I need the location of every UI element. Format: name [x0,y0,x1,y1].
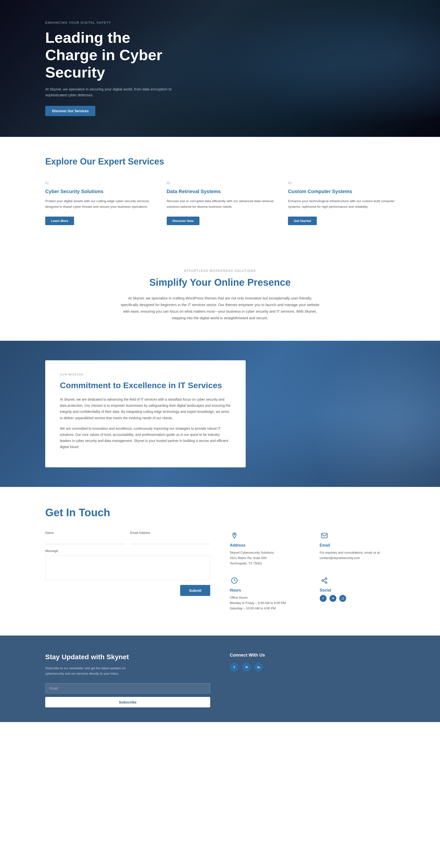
svg-point-0 [234,534,235,535]
footer-twitter-icon[interactable]: ✕ [242,663,251,672]
mission-eyebrow: OUR MISSION [60,373,231,376]
mission-card: OUR MISSION Commitment to Excellence in … [45,360,246,467]
hero-circuit-bg [198,0,440,137]
footer-brand-description: Subscribe to our newsletter and get the … [45,665,138,676]
name-label: Name [45,531,125,535]
address-label: Address [230,543,305,548]
facebook-icon[interactable]: f [320,595,326,602]
social-block: Social f ✕ ◻ [320,576,395,611]
email-info-text: For inquiries and consultations, email u… [320,550,395,561]
social-label: Social [320,588,395,592]
simplify-section: EFFORTLESS WORDPRESS SOLUTIONS Simplify … [0,250,440,341]
hours-block: Hours Office Hours:Monday to Friday – 8:… [230,576,305,611]
services-title: Explore Our Expert Services [45,156,395,167]
simplify-description: At Skynet, we specialize in crafting Wor… [120,295,320,321]
hero-description: At Skynet, we specialize in securing you… [45,86,172,98]
hero-section: ENHANCING YOUR DIGITAL SAFETY Leading th… [0,0,440,137]
mission-text-2: We are committed to innovation and excel… [60,426,231,450]
hours-label: Hours [230,588,305,592]
submit-button[interactable]: Submit [180,585,210,596]
service-card-3: 03 Custom Computer Systems Enhance your … [288,181,395,225]
mission-title: Commitment to Excellence in IT Services [60,380,231,391]
name-input[interactable] [45,536,125,544]
svg-point-5 [325,582,327,584]
form-name-email-row: Name Email Address [45,531,210,544]
svg-point-3 [325,578,327,579]
hours-text: Office Hours:Monday to Friday – 8:00 AM … [230,595,305,611]
location-icon [230,531,239,540]
form-message-field: Message [45,549,210,580]
hero-cta-button[interactable]: Discover Our Services [45,106,95,116]
message-label: Message [45,549,210,553]
service-name-1: Cyber Security Solutions [45,188,152,194]
service-number-2: 02 [167,181,274,185]
contact-section: Get In Touch Name Email Address Message … [0,487,440,636]
service-desc-3: Enhance your technological infrastructur… [288,198,395,210]
footer-brand-title: Stay Updated with Skynet [45,653,210,661]
service-desc-2: Recover lost or corrupted data efficient… [167,198,274,210]
footer-social-icons: f ✕ in [230,663,395,672]
address-text: Skynet Cybersecurity Solutions4321 Matri… [230,550,305,566]
form-name-field: Name [45,531,125,544]
instagram-icon[interactable]: ◻ [339,595,346,602]
services-section: Explore Our Expert Services 01 Cyber Sec… [0,137,440,250]
email-input[interactable] [130,536,211,544]
twitter-icon[interactable]: ✕ [329,595,336,602]
address-block: Address Skynet Cybersecurity Solutions43… [230,531,305,566]
footer-email-input[interactable] [45,683,210,693]
service-name-2: Data Retrieval Systems [167,188,274,194]
svg-rect-1 [321,533,327,538]
share-icon [320,576,329,585]
footer-linkedin-icon[interactable]: in [254,663,263,672]
hero-title: Leading the Charge in Cyber Security [45,29,186,81]
message-input[interactable] [45,556,210,580]
mission-section: OUR MISSION Commitment to Excellence in … [0,341,440,487]
contact-title: Get In Touch [45,506,395,519]
footer-brand: Stay Updated with Skynet Subscribe to ou… [45,653,210,707]
footer-connect: Connect With Us f ✕ in [230,653,395,672]
form-submit-row: Submit [45,585,210,596]
svg-point-4 [322,580,323,581]
contact-form-area: Name Email Address Message Submit [45,531,210,611]
services-grid: 01 Cyber Security Solutions Protect your… [45,181,395,225]
service-cta-3[interactable]: Get Started [288,217,317,225]
clock-icon [230,576,239,585]
footer-connect-title: Connect With Us [230,653,395,658]
service-cta-2[interactable]: Discover How [167,217,199,225]
service-desc-1: Protect your digital assets with our cut… [45,198,152,210]
email-label: Email Address [130,531,211,535]
service-number-3: 03 [288,181,395,185]
contact-layout: Name Email Address Message Submit [45,531,395,611]
service-cta-1[interactable]: Learn More [45,217,74,225]
service-number-1: 01 [45,181,152,185]
email-icon [320,531,329,540]
contact-info-area: Address Skynet Cybersecurity Solutions43… [230,531,395,611]
hero-content: ENHANCING YOUR DIGITAL SAFETY Leading th… [0,21,186,116]
service-card-1: 01 Cyber Security Solutions Protect your… [45,181,152,225]
mission-text-1: At Skynet, we are dedicated to advancing… [60,397,231,421]
social-icons-row: f ✕ ◻ [320,595,395,602]
form-email-field: Email Address [130,531,211,544]
hero-eyebrow: ENHANCING YOUR DIGITAL SAFETY [45,21,186,25]
mission-dots [242,341,440,487]
service-card-2: 02 Data Retrieval Systems Recover lost o… [167,181,274,225]
email-info-label: Email [320,543,395,548]
service-name-3: Custom Computer Systems [288,188,395,194]
simplify-eyebrow: EFFORTLESS WORDPRESS SOLUTIONS [45,269,395,273]
footer-facebook-icon[interactable]: f [230,663,239,672]
email-block: Email For inquiries and consultations, e… [320,531,395,566]
subscribe-button[interactable]: Subscribe [45,697,210,707]
simplify-title: Simplify Your Online Presence [45,277,395,288]
footer: Stay Updated with Skynet Subscribe to ou… [0,636,440,722]
footer-layout: Stay Updated with Skynet Subscribe to ou… [45,653,395,707]
